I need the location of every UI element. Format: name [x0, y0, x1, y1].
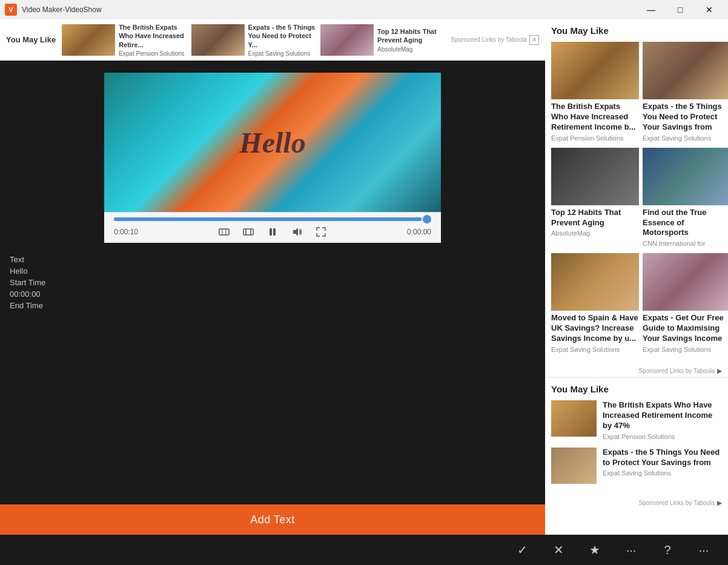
text-editor-panel: Text Hello Start Time 00:00:00 End Time [0, 249, 545, 319]
sidebar-card-2-image [643, 42, 728, 99]
maximize-button[interactable]: □ [666, 0, 694, 19]
sponsored-bar-2: Sponsored Links by Taboola ▶ [545, 497, 728, 509]
close-ad-button[interactable]: ✕ [529, 35, 539, 45]
help-button[interactable]: ? [655, 538, 680, 562]
ad-card-2-image [191, 24, 245, 56]
main-content: You May Like The British Expats Who Have… [0, 19, 545, 565]
text-label: Text [10, 255, 535, 264]
ad-card-1-image [62, 24, 115, 56]
progress-thumb[interactable] [423, 215, 431, 223]
ad-card-3-text: Top 12 Habits That Prevent Aging Absolut… [377, 27, 447, 53]
taboola-logo-1: ▶ [717, 368, 722, 374]
right-sidebar: You May Like The British Expats Who Have… [545, 19, 728, 565]
favorite-button[interactable]: ★ [583, 538, 607, 562]
progress-bar-fill [114, 217, 422, 221]
taboola-logo-2: ▶ [717, 500, 722, 506]
sidebar-card-1-title: The British Expats Who Have Increased Re… [551, 102, 639, 133]
ad-card-3[interactable]: Top 12 Habits That Prevent Aging Absolut… [320, 23, 447, 57]
start-time-label: Start Time [10, 278, 535, 287]
svg-marker-8 [293, 228, 298, 236]
total-time: 0:00:00 [407, 228, 431, 236]
sidebar-card-3[interactable]: Top 12 Habits That Prevent Aging Absolut… [551, 148, 639, 248]
ad-card-3-image [320, 24, 374, 56]
ad-card-3-title: Top 12 Habits That Prevent Aging [377, 27, 447, 45]
ad-banner: You May Like The British Expats Who Have… [0, 19, 545, 61]
more-options-button-2[interactable]: ··· [692, 538, 716, 562]
window-controls: — □ ✕ [637, 0, 723, 19]
sidebar-card-4-text: Find out the True Essence of Motorsports… [643, 208, 728, 248]
minimize-button[interactable]: — [637, 0, 665, 19]
sidebar-card-4-title: Find out the True Essence of Motorsports [643, 208, 728, 239]
sidebar-card-b2[interactable]: Expats - the 5 Things You Need to Protec… [551, 448, 722, 484]
sidebar-card-3-source: AbsoluteMag [551, 230, 639, 237]
sidebar-card-5[interactable]: Moved to Spain & Have UK Savings? Increa… [551, 253, 639, 353]
sidebar-card-1[interactable]: The British Expats Who Have Increased Re… [551, 42, 639, 142]
sidebar-card-b1-text: The British Expats Who Have Increased Re… [603, 400, 722, 440]
sidebar-card-4[interactable]: Find out the True Essence of Motorsports… [643, 148, 728, 248]
svg-rect-3 [243, 229, 253, 235]
you-may-like-label: You May Like [6, 35, 56, 44]
sidebar-you-may-like-1: You May Like The British Expats Who Have… [545, 19, 728, 365]
app-icon: V [5, 4, 17, 16]
scene-button[interactable] [218, 226, 230, 238]
video-container: Hello 0:00:10 [0, 61, 545, 249]
sidebar-card-5-image [551, 253, 639, 311]
ad-card-1-source: Expat Pension Solutions [119, 50, 188, 57]
sidebar-card-b1-title: The British Expats Who Have Increased Re… [603, 400, 722, 431]
cancel-button[interactable]: ✕ [546, 538, 571, 562]
sidebar-card-2-title: Expats - the 5 Things You Need to Protec… [643, 102, 728, 133]
sidebar-card-b2-image [551, 448, 597, 484]
controls-row: 0:00:10 [114, 226, 431, 238]
sidebar-card-5-source: Expat Saving Solutions [551, 346, 639, 353]
sidebar-card-3-title: Top 12 Habits That Prevent Aging [551, 208, 639, 228]
ad-card-1[interactable]: The British Expats Who Have Increased Re… [62, 23, 188, 57]
fullscreen-button[interactable] [315, 226, 327, 238]
more-options-button-1[interactable]: ··· [619, 538, 643, 562]
sidebar-card-6-source: Expat Saving Solutions [643, 346, 728, 353]
sidebar-card-4-source: CNN International for [643, 240, 728, 247]
add-text-container: Add Text [0, 504, 545, 535]
sidebar-cards-row-3: Moved to Spain & Have UK Savings? Increa… [551, 253, 722, 353]
end-time-label: End Time [10, 301, 535, 310]
sidebar-section1-title: You May Like [551, 25, 722, 36]
sidebar-card-b2-source: Expat Saving Solutions [603, 469, 722, 477]
close-button[interactable]: ✕ [695, 0, 723, 19]
sidebar-card-2[interactable]: Expats - the 5 Things You Need to Protec… [643, 42, 728, 142]
sidebar-card-3-image [551, 148, 639, 205]
ad-card-3-source: AbsoluteMag [377, 46, 447, 53]
sponsored-bar-1: Sponsored Links by Taboola ▶ [545, 365, 728, 377]
video-overlay-text: Hello [239, 125, 305, 159]
ad-card-2-text: Expats - the 5 Things You Need to Protec… [248, 23, 318, 57]
sidebar-card-6-text: Expats - Get Our Free Guide to Maximisin… [643, 313, 728, 353]
sidebar-card-b1-source: Expat Pension Solutions [603, 433, 722, 440]
sidebar-card-6-image [643, 253, 728, 311]
trim-button[interactable] [242, 226, 254, 238]
sidebar-card-6-title: Expats - Get Our Free Guide to Maximisin… [643, 313, 728, 344]
sidebar-card-5-title: Moved to Spain & Have UK Savings? Increa… [551, 313, 639, 344]
sidebar-card-b1[interactable]: The British Expats Who Have Increased Re… [551, 400, 722, 440]
video-frame: Hello [104, 73, 441, 212]
confirm-button[interactable]: ✓ [510, 538, 534, 562]
ad-card-1-text: The British Expats Who Have Increased Re… [119, 23, 188, 57]
ad-cards: The British Expats Who Have Increased Re… [62, 23, 447, 57]
text-value: Hello [10, 266, 535, 276]
add-text-button[interactable]: Add Text [0, 504, 545, 535]
start-time-value: 00:00:00 [10, 289, 535, 299]
current-time: 0:00:10 [114, 228, 138, 236]
control-buttons [218, 226, 327, 238]
volume-button[interactable] [291, 226, 303, 238]
sidebar-card-b1-image [551, 400, 597, 437]
ad-card-2-title: Expats - the 5 Things You Need to Protec… [248, 23, 318, 49]
sidebar-card-1-source: Expat Pension Solutions [551, 134, 639, 142]
ad-card-2[interactable]: Expats - the 5 Things You Need to Protec… [191, 23, 318, 57]
progress-bar-container[interactable] [114, 217, 431, 221]
pause-button[interactable] [266, 226, 279, 238]
sidebar-cards-row-1: The British Expats Who Have Increased Re… [551, 42, 722, 142]
sidebar-card-b2-title: Expats - the 5 Things You Need to Protec… [603, 448, 722, 468]
video-controls: 0:00:10 [104, 212, 441, 243]
ad-card-2-source: Expat Saving Solutions [248, 50, 318, 57]
sidebar-section2-title: You May Like [551, 384, 722, 394]
svg-rect-6 [270, 228, 272, 236]
sidebar-card-6[interactable]: Expats - Get Our Free Guide to Maximisin… [643, 253, 728, 353]
sponsored-label: Sponsored Links by Taboola ✕ [451, 35, 539, 45]
